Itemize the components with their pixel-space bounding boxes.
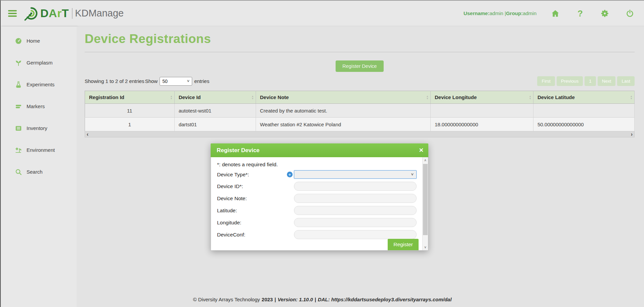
device-type-select[interactable]: ˅ (294, 170, 417, 179)
deviceconf-input[interactable] (294, 230, 417, 239)
device-note-input[interactable] (294, 194, 417, 203)
column-header-device-note[interactable]: Device Note▲▼ (256, 91, 430, 104)
sidebar-item-label: Home (27, 38, 40, 44)
flask-icon (15, 81, 22, 88)
deviceconf-label: DeviceConf: (217, 232, 287, 238)
chevron-down-icon: ˅ (411, 172, 414, 177)
sort-icon: ▲▼ (170, 95, 172, 100)
longitude-input[interactable] (294, 218, 417, 227)
page-length-select[interactable]: 50 ˅ (160, 77, 192, 86)
footer-copyright: © Diversity Arrays Technology (193, 297, 260, 302)
sidebar-item-home[interactable]: Home (1, 30, 77, 52)
chevron-down-icon: ˅ (187, 79, 190, 84)
footer-year: 2023 (262, 297, 273, 302)
scroll-down-icon[interactable]: ˅ (423, 244, 428, 250)
help-icon[interactable]: ? (575, 9, 585, 18)
scroll-right-icon[interactable]: › (631, 132, 633, 137)
cell-device-latitude: 50.00000000000000 (533, 118, 634, 131)
pagination-page-1-button[interactable]: 1 (585, 76, 596, 86)
sidebar-item-experiments[interactable]: Experiments (1, 74, 77, 95)
brand-product-text: KDManage (75, 8, 124, 19)
user-info: Username:admin |Group:admin (464, 10, 536, 16)
latitude-input[interactable] (294, 206, 417, 215)
hamburger-menu-icon[interactable] (7, 9, 18, 18)
scrollbar-thumb[interactable] (423, 164, 428, 235)
device-note-label: Device Note: (217, 195, 287, 202)
cell-device-note: Weather station #2 Katowice Poland (256, 118, 430, 131)
sidebar-item-label: Markers (27, 103, 45, 109)
sidebar-item-label: Germplasm (27, 60, 53, 65)
device-type-label: Device Type*: (217, 172, 287, 178)
cell-device-longitude: 18.0000000000000 (431, 118, 533, 131)
table-row[interactable]: 1 dartst01 Weather station #2 Katowice P… (85, 118, 635, 131)
sidebar: Home Germplasm Experiments Markers Inven… (1, 27, 77, 307)
sidebar-item-label: Inventory (27, 125, 47, 131)
sidebar-item-label: Experiments (27, 82, 54, 87)
sidebar-item-search[interactable]: Search (1, 161, 77, 183)
pagination-last-button[interactable]: Last (617, 76, 635, 86)
pagination-next-button[interactable]: Next (598, 76, 616, 86)
environment-icon (15, 146, 22, 154)
show-label: Show (145, 78, 158, 84)
add-device-type-icon[interactable]: + (287, 172, 293, 177)
search-icon (15, 168, 22, 176)
table-horizontal-scrollbar[interactable]: ‹ › (85, 131, 635, 137)
markers-icon (15, 103, 22, 110)
cell-device-id: dartst01 (174, 118, 256, 131)
pagination-previous-button[interactable]: Previous (557, 76, 583, 86)
column-header-registration-id[interactable]: Registration Id▲▼ (85, 91, 175, 104)
gear-icon[interactable] (600, 9, 610, 18)
register-submit-button[interactable]: Register (388, 239, 419, 250)
column-header-device-id[interactable]: Device Id▲▼ (174, 91, 256, 104)
sidebar-item-markers[interactable]: Markers (1, 95, 77, 117)
dashboard-icon (15, 37, 22, 45)
seedling-icon (15, 59, 22, 67)
longitude-label: Longitude: (217, 220, 287, 226)
modal-title: Register Device (217, 147, 260, 154)
sort-icon: ▲▼ (426, 95, 429, 100)
dart-logo-icon (24, 6, 39, 21)
home-icon[interactable] (551, 9, 560, 18)
title-divider (85, 52, 635, 52)
modal-body: *: denotes a required field. Device Type… (211, 157, 428, 251)
sort-icon: ▲▼ (529, 95, 531, 100)
cell-device-id: autotest-wst01 (174, 104, 256, 118)
device-id-input[interactable] (294, 182, 417, 191)
cell-device-note: Created by the automatic test. (256, 104, 430, 118)
username-label: Username: (464, 10, 490, 16)
brand-logo[interactable]: DArT KDManage (24, 6, 124, 21)
footer-version: Version: 1.10.0 (277, 297, 313, 302)
pagination: First Previous 1 Next Last (537, 76, 635, 86)
sidebar-item-inventory[interactable]: Inventory (1, 117, 77, 139)
scroll-up-icon[interactable]: ˄ (423, 157, 428, 163)
modal-scrollbar[interactable]: ˄ ˅ (422, 157, 428, 250)
pagination-first-button[interactable]: First (537, 76, 555, 86)
register-device-modal: Register Device ✕ *: denotes a required … (211, 143, 428, 251)
footer-dal-url: DAL: https://kddartsusedeploy3.diversity… (318, 297, 452, 302)
app-header: DArT KDManage Username:admin |Group:admi… (1, 1, 644, 26)
showing-entries-text: Showing 1 to 2 of 2 entries (85, 78, 144, 84)
device-id-label: Device ID*: (217, 183, 287, 189)
sidebar-item-environment[interactable]: Environment (1, 139, 77, 161)
sort-icon: ▲▼ (251, 95, 254, 100)
footer: © Diversity Arrays Technology 2023 | Ver… (1, 297, 644, 302)
modal-header: Register Device ✕ (211, 143, 428, 157)
sidebar-item-label: Environment (27, 147, 55, 153)
scroll-left-icon[interactable]: ‹ (87, 132, 88, 137)
sidebar-item-germplasm[interactable]: Germplasm (1, 52, 77, 74)
sort-icon: ▲▼ (630, 95, 633, 100)
page-length-value: 50 (160, 79, 168, 84)
required-field-note: *: denotes a required field. (217, 162, 417, 168)
register-device-button[interactable]: Register Device (336, 60, 383, 72)
table-row[interactable]: 11 autotest-wst01 Created by the automat… (85, 104, 635, 118)
brand-dart-text: DArT (40, 7, 69, 20)
sidebar-item-label: Search (27, 169, 43, 175)
footer-separator: | (274, 297, 276, 302)
close-icon[interactable]: ✕ (419, 147, 424, 153)
column-header-device-latitude[interactable]: Device Latitude▲▼ (533, 91, 634, 104)
power-icon[interactable] (625, 9, 635, 18)
cell-device-latitude (533, 104, 634, 118)
entries-label: entries (194, 78, 209, 84)
page-title: Device Registrations (85, 32, 635, 46)
column-header-device-longitude[interactable]: Device Longitude▲▼ (431, 91, 533, 104)
